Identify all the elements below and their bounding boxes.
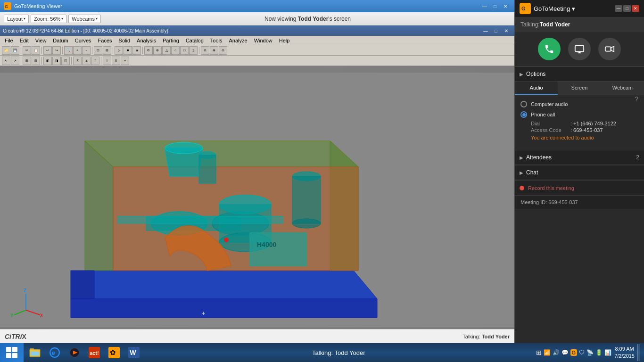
tb2-icon-4[interactable]: ⊟ [32, 57, 40, 65]
tb2-icon-6[interactable]: ◨ [52, 57, 61, 65]
chat-section-header[interactable]: ▶ Chat [515, 165, 644, 180]
cad-canvas[interactable]: H4000 + [0, 66, 514, 334]
tray-gtm-icon[interactable]: G [570, 349, 578, 356]
menu-edit[interactable]: Edit [17, 37, 32, 44]
layout-chevron-icon: ▾ [24, 16, 25, 21]
taskbar-honeycomb-icon[interactable]: ✿ [105, 343, 124, 362]
tb-icon-16[interactable]: ⊕ [153, 46, 162, 55]
video-button[interactable] [598, 38, 621, 60]
tb-icon-4[interactable]: 📋 [32, 46, 40, 55]
menu-curves[interactable]: Curves [72, 37, 94, 44]
tray-wifi-icon[interactable]: 📡 [586, 349, 594, 356]
record-bar[interactable]: Record this meeting [515, 180, 644, 195]
menu-catalog[interactable]: Catalog [183, 37, 206, 44]
tb-icon-20[interactable]: ⌶ [189, 46, 198, 55]
taskbar-explorer-icon[interactable] [25, 343, 44, 362]
tb-icon-10[interactable]: ⊡ [94, 46, 102, 55]
panel-minimize-button[interactable]: — [615, 5, 622, 12]
tb-icon-1[interactable]: 📁 [2, 46, 10, 55]
tab-audio[interactable]: Audio [515, 82, 558, 95]
cad-close-button[interactable]: ✕ [501, 26, 512, 35]
tb-icon-21[interactable]: ⊘ [201, 46, 209, 55]
tb2-icon-8[interactable]: ⊼ [73, 57, 82, 65]
taskbar-media-icon[interactable] [65, 343, 84, 362]
menu-faces[interactable]: Faces [95, 37, 115, 44]
tb2-icon-9[interactable]: ⊻ [82, 57, 91, 65]
webcams-dropdown[interactable]: Webcams ▾ [68, 15, 101, 23]
menu-datum[interactable]: Datum [50, 37, 71, 44]
tb-icon-2[interactable]: 💾 [11, 46, 19, 55]
tb-icon-14[interactable]: ◈ [132, 46, 141, 55]
menu-view[interactable]: View [33, 37, 50, 44]
taskbar-act-icon[interactable]: act! [85, 343, 104, 362]
layout-dropdown[interactable]: Layout ▾ [4, 15, 29, 23]
layout-label: Layout [7, 16, 23, 22]
menu-solid[interactable]: Solid [116, 37, 133, 44]
tray-security-icon[interactable]: 🛡 [579, 349, 585, 356]
taskbar-ie-icon[interactable]: e [45, 343, 64, 362]
tab-screen[interactable]: Screen [558, 82, 601, 95]
tb2-icon-7[interactable]: ◫ [61, 57, 70, 65]
menu-analysis[interactable]: Analysis [134, 37, 159, 44]
tb-icon-6[interactable]: ↪ [52, 46, 61, 55]
panel-close-button[interactable]: ✕ [632, 5, 639, 12]
tray-windows-icon[interactable]: ⊞ [536, 349, 542, 356]
viewer-close-button[interactable]: ✕ [500, 2, 511, 10]
tb-icon-9[interactable]: - [82, 46, 91, 55]
start-button[interactable] [0, 343, 24, 362]
svg-text:W: W [130, 349, 136, 356]
system-clock[interactable]: 8:09 AM 7/2/2015 [614, 346, 635, 360]
tb2-icon-13[interactable]: ≡ [121, 57, 129, 65]
viewer-maximize-button[interactable]: □ [490, 2, 500, 10]
tb-icon-5[interactable]: ↩ [43, 46, 52, 55]
phone-button[interactable] [538, 38, 561, 60]
attendees-section-header[interactable]: ▶ Attendees 2 [515, 150, 644, 165]
tb-icon-11[interactable]: ⊞ [103, 46, 111, 55]
tb-icon-8[interactable]: + [73, 46, 82, 55]
tb-icon-18[interactable]: ○ [171, 46, 180, 55]
menu-parting[interactable]: Parting [160, 37, 182, 44]
menu-analyze[interactable]: Analyze [226, 37, 250, 44]
menu-help[interactable]: Help [276, 37, 293, 44]
tb-icon-22[interactable]: ⊗ [210, 46, 218, 55]
phone-call-radio[interactable] [520, 111, 527, 118]
tb2-icon-2[interactable]: ↗ [11, 57, 19, 65]
tb-icon-15[interactable]: ⟳ [144, 46, 153, 55]
menu-window[interactable]: Window [251, 37, 275, 44]
tb2-icon-3[interactable]: ⊞ [23, 57, 31, 65]
svg-text:Y: Y [10, 313, 14, 318]
tray-speaker-icon[interactable]: 🔊 [553, 349, 560, 356]
show-desktop-button[interactable] [637, 344, 640, 361]
tray-action-center-icon[interactable]: 💬 [561, 349, 569, 356]
taskbar-word-icon[interactable]: W [124, 343, 143, 362]
tb-icon-12[interactable]: ▷ [115, 46, 123, 55]
help-icon[interactable]: ? [635, 95, 638, 103]
tb2-icon-1[interactable]: ↖ [2, 57, 10, 65]
cad-minimize-button[interactable]: — [480, 26, 491, 35]
tb2-icon-10[interactable]: ⊺ [91, 57, 99, 65]
tray-network-icon[interactable]: 📶 [544, 349, 551, 356]
computer-audio-radio[interactable] [520, 101, 527, 107]
tb-icon-19[interactable]: □ [180, 46, 189, 55]
zoom-dropdown[interactable]: Zoom: 56% ▾ [31, 15, 66, 23]
tab-webcam[interactable]: Webcam [601, 82, 644, 95]
tray-signal-icon[interactable]: 📊 [604, 349, 611, 356]
cad-maximize-button[interactable]: □ [491, 26, 501, 35]
tb2-icon-5[interactable]: ◧ [43, 57, 52, 65]
tray-battery-icon[interactable]: 🔋 [595, 349, 603, 356]
viewer-minimize-button[interactable]: — [479, 2, 490, 10]
tb2-icon-12[interactable]: II [112, 57, 120, 65]
svg-point-14 [165, 142, 203, 154]
panel-maximize-button[interactable]: □ [623, 5, 631, 12]
svg-text:G: G [5, 4, 8, 9]
tb-icon-7[interactable]: 🔍 [64, 46, 73, 55]
tb-icon-17[interactable]: △ [162, 46, 171, 55]
tb-icon-23[interactable]: ⊙ [219, 46, 227, 55]
screen-share-button[interactable] [568, 38, 591, 60]
options-section-header[interactable]: ▶ Options [515, 66, 644, 82]
tb2-icon-11[interactable]: I [103, 57, 111, 65]
menu-file[interactable]: File [2, 37, 16, 44]
tb-icon-3[interactable]: ✂ [23, 46, 31, 55]
tb-icon-13[interactable]: ■ [124, 46, 132, 55]
menu-tools[interactable]: Tools [207, 37, 225, 44]
